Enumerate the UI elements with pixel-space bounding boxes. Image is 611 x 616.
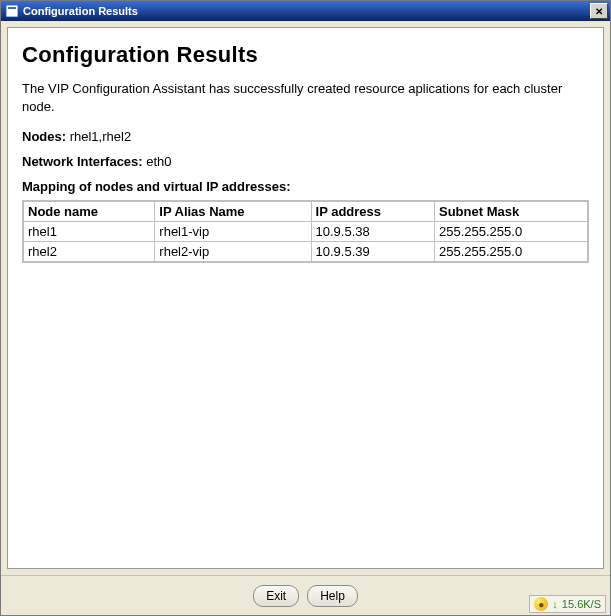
nodes-line: Nodes: rhel1,rhel2 — [22, 129, 589, 144]
col-node-name: Node name — [23, 201, 155, 222]
nodes-label: Nodes: — [22, 129, 66, 144]
netif-label: Network Interfaces: — [22, 154, 143, 169]
netif-value: eth0 — [146, 154, 171, 169]
mapping-label: Mapping of nodes and virtual IP addresse… — [22, 179, 589, 194]
table-row: rhel2 rhel2-vip 10.9.5.39 255.255.255.0 — [23, 242, 588, 263]
cell-node: rhel1 — [23, 222, 155, 242]
cell-ip: 10.9.5.38 — [311, 222, 434, 242]
svg-rect-0 — [6, 5, 18, 17]
close-button[interactable]: ✕ — [590, 3, 608, 19]
content-panel: Configuration Results The VIP Configurat… — [7, 27, 604, 569]
network-interfaces-line: Network Interfaces: eth0 — [22, 154, 589, 169]
svg-rect-1 — [8, 7, 16, 9]
cell-alias: rhel2-vip — [155, 242, 311, 263]
table-header-row: Node name IP Alias Name IP address Subne… — [23, 201, 588, 222]
col-ip-address: IP address — [311, 201, 434, 222]
nodes-value: rhel1,rhel2 — [70, 129, 131, 144]
cell-ip: 10.9.5.39 — [311, 242, 434, 263]
download-arrow-icon: ↓ — [552, 598, 558, 610]
exit-button[interactable]: Exit — [253, 585, 299, 607]
col-ip-alias: IP Alias Name — [155, 201, 311, 222]
cell-alias: rhel1-vip — [155, 222, 311, 242]
cell-node: rhel2 — [23, 242, 155, 263]
window-title: Configuration Results — [23, 5, 590, 17]
activity-icon: ● — [534, 597, 548, 611]
cell-mask: 255.255.255.0 — [434, 242, 588, 263]
titlebar: Configuration Results ✕ — [1, 1, 610, 21]
app-icon — [5, 4, 19, 18]
page-title: Configuration Results — [22, 42, 589, 68]
table-row: rhel1 rhel1-vip 10.9.5.38 255.255.255.0 — [23, 222, 588, 242]
mapping-table: Node name IP Alias Name IP address Subne… — [22, 200, 589, 263]
help-button[interactable]: Help — [307, 585, 358, 607]
close-icon: ✕ — [595, 6, 603, 17]
button-bar: Exit Help ● ↓ 15.6K/S — [1, 575, 610, 615]
transfer-rate-indicator: ● ↓ 15.6K/S — [529, 595, 606, 613]
cell-mask: 255.255.255.0 — [434, 222, 588, 242]
rate-text: 15.6K/S — [562, 598, 601, 610]
col-subnet-mask: Subnet Mask — [434, 201, 588, 222]
description-text: The VIP Configuration Assistant has succ… — [22, 80, 589, 115]
config-results-window: Configuration Results ✕ Configuration Re… — [0, 0, 611, 616]
